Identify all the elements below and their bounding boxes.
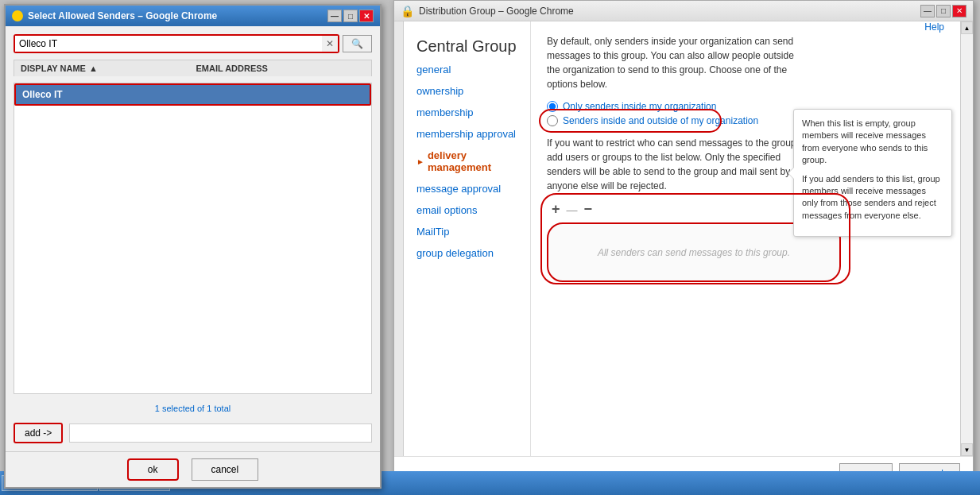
tooltip-arrow [788,167,794,180]
left-dialog: Select Allowed Senders – Google Chrome —… [4,4,382,489]
main-panel: Help By default, only senders inside you… [531,21,960,456]
right-sidebar [394,21,404,456]
table-row[interactable]: Olleco IT [14,83,371,106]
sidebar-item-label-ownership: ownership [416,85,463,97]
selected-count: 1 selected of 1 total [14,400,372,416]
search-button[interactable]: 🔍 [343,35,372,52]
radio-label-inside-outside: Senders inside and outside of my organiz… [563,115,758,126]
scroll-down-button[interactable]: ▼ [961,443,973,456]
sidebar-item-message-approval[interactable]: message approval [404,178,530,199]
right-titlebar: 🔒 Distribution Group – Google Chrome — □… [394,1,973,21]
dialog-icon [12,10,23,21]
radio-label-inside-only: Only senders inside my organization [563,101,716,112]
restore-button[interactable]: □ [343,10,358,22]
add-section: add -> [14,423,372,443]
right-dialog: 🔒 Distribution Group – Google Chrome — □… [393,0,974,491]
right-minimize-button[interactable]: — [920,5,935,17]
nav-arrow-icon: ► [416,157,424,166]
add-button[interactable]: add -> [14,423,63,443]
description-text: By default, only senders inside your org… [547,34,801,91]
sidebar-item-label-general: general [416,64,451,75]
senders-description: If you want to restrict who can send mes… [547,136,817,193]
sidebar-item-label-mailtip: MailTip [416,226,449,238]
senders-empty-text: All senders can send messages to this gr… [598,247,790,258]
left-dialog-title: Select Allowed Senders – Google Chrome [28,10,217,21]
minimize-button[interactable]: — [327,10,342,22]
sidebar-item-label-message-approval: message approval [416,183,501,195]
cancel-button[interactable]: cancel [192,458,259,481]
sidebar-item-label-group-delegation: group delegation [416,247,494,259]
sidebar-item-label-email-options: email options [416,204,478,216]
right-content: Central Group general ownership membersh… [404,21,973,456]
search-input[interactable] [15,36,322,52]
dialog-body: ✕ 🔍 DISPLAY NAME ▲ EMAIL ADDRESS Olleco … [6,26,380,451]
page-title-area: Central Group [404,29,530,59]
scroll-up-button[interactable]: ▲ [961,21,973,34]
sidebar-item-label-membership: membership [416,106,474,118]
page-title: Central Group [416,37,517,56]
radio-inside-only[interactable] [547,101,558,112]
table-header: DISPLAY NAME ▲ EMAIL ADDRESS [14,60,372,76]
row-name: Olleco IT [22,89,363,100]
tooltip-para2: If you add senders to this list, group m… [802,173,943,222]
search-input-wrapper: ✕ [14,34,339,53]
table-body[interactable]: Olleco IT [14,83,372,394]
right-close-button[interactable]: ✕ [952,5,966,17]
nav-panel: Central Group general ownership membersh… [404,21,531,456]
col-email-address: EMAIL ADDRESS [196,64,268,73]
toolbar-divider: — [567,203,578,216]
sidebar-item-label-delivery-management: delivery management [428,149,517,173]
sidebar-item-group-delegation[interactable]: group delegation [404,242,530,264]
sidebar-item-email-options[interactable]: email options [404,199,530,221]
left-dialog-titlebar: Select Allowed Senders – Google Chrome —… [6,6,380,26]
scroll-track [961,34,973,443]
sidebar-item-mailtip[interactable]: MailTip [404,221,530,242]
right-dialog-title: Distribution Group – Google Chrome [419,6,574,17]
lock-icon: 🔒 [401,5,414,17]
dialog-footer: ok cancel [6,451,380,487]
tooltip-box: When this list is empty, group members w… [793,109,952,237]
add-target [69,423,372,443]
sidebar-item-label-membership-approval: membership approval [416,128,516,140]
col-display-name: DISPLAY NAME [21,64,86,73]
right-scrollbar: ▲ ▼ [960,21,973,456]
search-row: ✕ 🔍 [14,34,372,53]
help-link[interactable]: Help [924,21,944,33]
clear-button[interactable]: ✕ [322,36,338,52]
add-sender-button[interactable]: + [547,199,565,219]
close-button[interactable]: ✕ [359,10,374,22]
sidebar-item-ownership[interactable]: ownership [404,80,530,102]
radio-inside-outside[interactable] [547,115,558,126]
remove-sender-button[interactable]: − [579,199,598,219]
right-body: Central Group general ownership membersh… [394,21,973,456]
sidebar-item-membership[interactable]: membership [404,102,530,123]
sort-icon: ▲ [89,64,98,73]
sidebar-item-membership-approval[interactable]: membership approval [404,123,530,145]
tooltip-para1: When this list is empty, group members w… [802,118,943,167]
sidebar-item-general[interactable]: general [404,59,530,80]
sidebar-item-delivery-management[interactable]: ► delivery management [404,145,530,178]
right-restore-button[interactable]: □ [936,5,951,17]
ok-button[interactable]: ok [127,458,179,481]
